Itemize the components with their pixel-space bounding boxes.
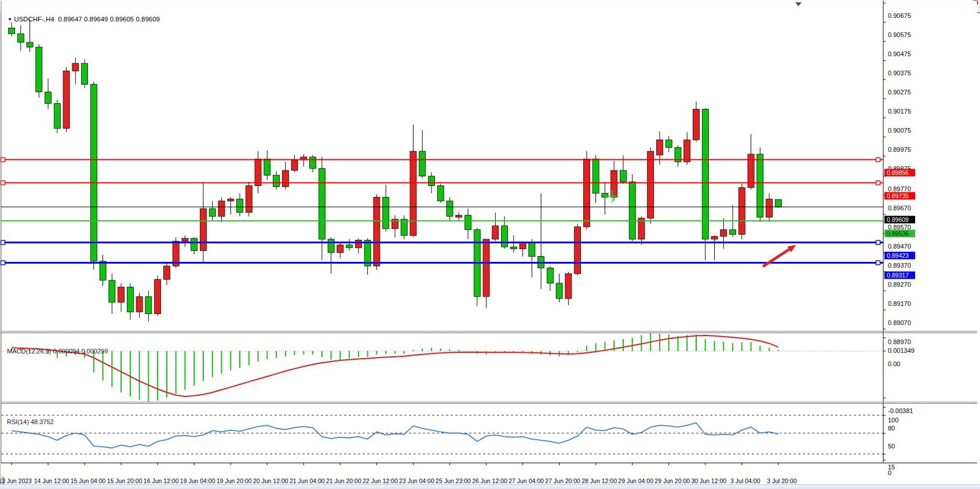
- price-axis-label: 0.90075: [888, 127, 911, 134]
- price-axis-label: 0.90275: [888, 89, 911, 96]
- macd-axis-label: 0.00: [888, 360, 900, 367]
- price-line-tag: 0.89317: [884, 272, 915, 279]
- price-axis-label: 0.89470: [888, 243, 911, 250]
- rsi-axis-label: 50: [888, 443, 895, 450]
- price-axis-label: 0.90675: [888, 12, 911, 19]
- price-axis-label: 0.90175: [888, 108, 911, 115]
- mt4-application: { "toolbar": { "new_order": "新订单", "auto…: [0, 0, 980, 489]
- price-axis-label: 0.90575: [888, 31, 911, 38]
- time-axis-label: 3 Jul 20:00: [756, 477, 808, 484]
- rsi-axis-label: 0: [888, 469, 891, 476]
- current-price-tag: 0.89609: [884, 216, 915, 224]
- status-bar: [0, 484, 980, 489]
- price-axis-label: 0.90375: [888, 70, 911, 76]
- chart-title: ▼ USDCHF-,H4 0.89647 0.89649 0.89605 0.8…: [8, 16, 160, 23]
- price-axis-label: 0.90475: [888, 50, 911, 57]
- price-line-tag: 0.89536: [884, 230, 915, 238]
- price-line-tag: 0.89423: [884, 251, 915, 259]
- chart-symbol-period: USDCHF-,H4: [14, 16, 54, 23]
- price-axis-label: 0.89370: [888, 262, 911, 269]
- price-axis-label: 0.89670: [888, 205, 911, 211]
- macd-axis-label: 0.001349: [888, 347, 915, 354]
- price-axis-label: 0.89270: [888, 281, 911, 288]
- rsi-axis-label: 80: [888, 425, 895, 432]
- rsi-axis-label: 100: [888, 417, 898, 424]
- price-axis-label: 0.89170: [888, 300, 911, 307]
- price-axis-label: 0.89975: [888, 146, 911, 153]
- price-line-tag: 0.89856: [884, 169, 915, 176]
- macd-axis-label: -0.00381: [888, 407, 913, 414]
- collapse-triangle-icon[interactable]: ▼: [8, 17, 12, 22]
- rsi-label: RSI(14) 48.3752: [7, 418, 54, 425]
- price-axis-label: 0.89070: [888, 319, 911, 326]
- chart-window: 0.906750.905750.904750.903750.902750.901…: [3, 13, 980, 486]
- price-line-tag: 0.89735: [884, 192, 915, 199]
- price-axis-label: 0.88970: [888, 338, 911, 345]
- chart-ohlc: 0.89647 0.89649 0.89605 0.89609: [58, 16, 160, 23]
- macd-label: MACD(12,26,9) 0.000094 0.000299: [7, 348, 108, 355]
